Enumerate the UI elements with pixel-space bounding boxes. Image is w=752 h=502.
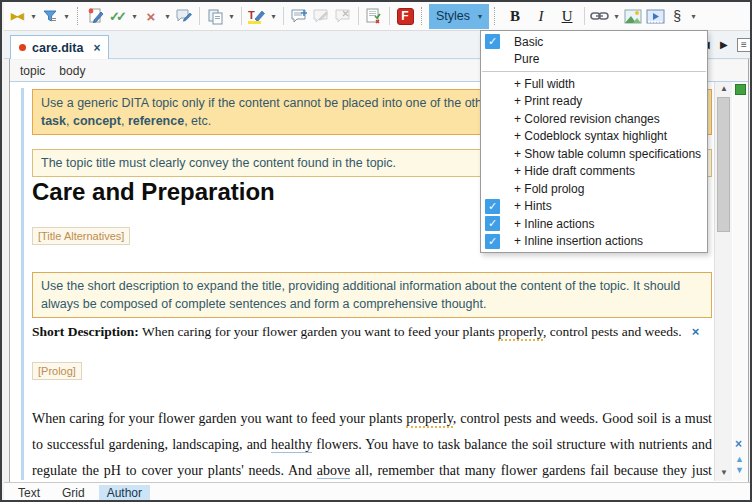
- panel-right-border: [748, 59, 749, 482]
- reject-change-caret-icon[interactable]: ▾: [162, 4, 173, 28]
- validation-status-square: [735, 84, 746, 95]
- checkmark-icon: ✓: [485, 199, 500, 214]
- toolbar-separator: [584, 7, 585, 25]
- styles-menu-item-show-table-column-specifications[interactable]: + Show table column specifications: [481, 145, 707, 163]
- styles-menu-item-fold-prolog[interactable]: + Fold prolog: [481, 180, 707, 198]
- copy-icon[interactable]: [204, 4, 226, 28]
- styles-menu-item-full-width[interactable]: + Full width: [481, 75, 707, 93]
- previous-marker-icon[interactable]: ▲: [735, 454, 744, 464]
- edit-mode-bar: Text Grid Author: [4, 482, 752, 502]
- modified-indicator-dot: [19, 44, 26, 51]
- accept-change-caret-icon[interactable]: ▾: [129, 4, 140, 28]
- styles-menu-item-codeblock-syntax-highlight[interactable]: + Codeblock syntax highlight: [481, 128, 707, 146]
- paragraph-caret-icon[interactable]: ▾: [688, 4, 699, 28]
- breadcrumb-item-topic[interactable]: topic: [20, 64, 45, 78]
- menu-item-label: + Fold prolog: [514, 182, 584, 196]
- styles-dropdown-button[interactable]: Styles ▾: [429, 4, 489, 29]
- toolbar-separator: [358, 7, 359, 25]
- styles-menu-item-print-ready[interactable]: + Print ready: [481, 93, 707, 111]
- scrollbar-thumb[interactable]: [717, 97, 730, 232]
- tab-close-icon[interactable]: ×: [93, 41, 100, 55]
- spellcheck-word: properly: [498, 324, 543, 341]
- hint-short-description: Use the short description to expand the …: [32, 272, 712, 318]
- styles-caret-icon: ▾: [478, 12, 482, 21]
- vertical-scrollbar[interactable]: ▲ ▼: [714, 82, 732, 481]
- styles-menu-item-hide-draft-comments[interactable]: + Hide draft comments: [481, 163, 707, 181]
- breadcrumb-item-body[interactable]: body: [59, 64, 85, 78]
- fold-region-bar[interactable]: [21, 88, 24, 480]
- mode-tab-grid[interactable]: Grid: [54, 485, 93, 501]
- link-icon[interactable]: [589, 4, 611, 28]
- menu-item-label: + Hide draft comments: [514, 164, 635, 178]
- checkmark-icon: [485, 76, 500, 91]
- hint-bold-concept: concept: [73, 114, 121, 128]
- tab-list-icon[interactable]: ≡: [737, 38, 751, 52]
- profiling-caret-icon[interactable]: ▾: [28, 4, 39, 28]
- prolog-placeholder[interactable]: [Prolog]: [32, 362, 82, 380]
- hint-text: ,: [66, 114, 73, 128]
- scroll-tabs-right-icon[interactable]: ▶: [720, 39, 728, 50]
- topic-title[interactable]: Care and Preparation: [32, 178, 275, 206]
- menu-item-label: + Full width: [514, 77, 575, 91]
- remove-short-description-icon[interactable]: ×: [692, 324, 700, 339]
- styles-menu-item-pure[interactable]: Pure: [481, 51, 707, 69]
- short-description-text: , control pests and weeds.: [543, 324, 682, 339]
- filter-icon[interactable]: [39, 4, 61, 28]
- mode-tab-author[interactable]: Author: [99, 485, 150, 501]
- title-alternatives-placeholder[interactable]: [Title Alternatives]: [32, 227, 130, 245]
- checkmark-icon: [485, 52, 500, 67]
- form-controls-icon[interactable]: F: [394, 4, 416, 28]
- linked-word: above: [317, 463, 350, 479]
- overview-ruler: × ▲ ▼: [733, 82, 748, 481]
- mode-tab-text[interactable]: Text: [10, 485, 48, 501]
- insert-media-icon[interactable]: [644, 4, 666, 28]
- link-caret-icon[interactable]: ▾: [611, 4, 622, 28]
- filter-caret-icon[interactable]: ▾: [61, 4, 72, 28]
- comment-change-icon[interactable]: [173, 4, 195, 28]
- linked-word: healthy: [271, 437, 312, 453]
- short-description-text: When caring for your flower garden you w…: [139, 324, 498, 339]
- styles-menu-item-hints[interactable]: ✓ + Hints: [481, 198, 707, 216]
- accept-change-icon[interactable]: ✓✓: [107, 4, 129, 28]
- paragraph-text: When caring for your flower garden you w…: [32, 411, 406, 426]
- styles-menu-item-inline-insertion-actions[interactable]: ✓ + Inline insertion actions: [481, 233, 707, 251]
- manage-reviews-icon[interactable]: [363, 4, 385, 28]
- checkmark-icon: [485, 111, 500, 126]
- styles-dropdown-menu: ✓ Basic Pure + Full width + Print ready …: [480, 30, 708, 253]
- styles-menu-item-inline-actions[interactable]: ✓ + Inline actions: [481, 215, 707, 233]
- styles-menu-item-colored-revision-changes[interactable]: + Colored revision changes: [481, 110, 707, 128]
- clear-markers-icon[interactable]: ×: [735, 437, 742, 451]
- styles-menu-item-basic[interactable]: ✓ Basic: [481, 33, 707, 51]
- checkmark-icon: [485, 164, 500, 179]
- insert-image-icon[interactable]: [622, 4, 644, 28]
- edit-comment-icon[interactable]: [310, 4, 332, 28]
- hint-text: Use the short description to expand the …: [41, 279, 680, 311]
- profiling-condition-icon[interactable]: ▶◀: [6, 4, 28, 28]
- menu-item-label: + Codeblock syntax highlight: [514, 129, 667, 143]
- add-comment-icon[interactable]: [288, 4, 310, 28]
- track-changes-icon[interactable]: [85, 4, 107, 28]
- bold-button[interactable]: B: [502, 4, 528, 28]
- copy-caret-icon[interactable]: ▾: [226, 4, 237, 28]
- toolbar-grip: [421, 7, 424, 25]
- menu-item-label: + Hints: [514, 199, 552, 213]
- reject-change-icon[interactable]: ×: [140, 4, 162, 28]
- underline-button[interactable]: U: [554, 4, 580, 28]
- checkmark-icon: [485, 146, 500, 161]
- tab-care-dita[interactable]: care.dita ×: [10, 35, 109, 59]
- paragraph-marks-icon[interactable]: §: [666, 4, 688, 28]
- next-marker-icon[interactable]: ▼: [735, 465, 744, 475]
- hint-text: The topic title must clearly convey the …: [41, 156, 396, 170]
- toolbar-grip: [77, 7, 80, 25]
- short-description-label: Short Description:: [32, 324, 139, 339]
- menu-item-label: + Show table column specifications: [514, 147, 701, 161]
- highlight-caret-icon[interactable]: ▾: [268, 4, 279, 28]
- hint-bold-reference: reference: [128, 114, 184, 128]
- remove-comment-icon[interactable]: [332, 4, 354, 28]
- scroll-down-icon[interactable]: ▼: [715, 468, 733, 477]
- scroll-up-icon[interactable]: ▲: [715, 84, 733, 93]
- short-description-line[interactable]: Short Description: When caring for your …: [32, 324, 714, 340]
- svg-text:T: T: [248, 9, 255, 21]
- italic-button[interactable]: I: [528, 4, 554, 28]
- highlight-icon[interactable]: T: [246, 4, 268, 28]
